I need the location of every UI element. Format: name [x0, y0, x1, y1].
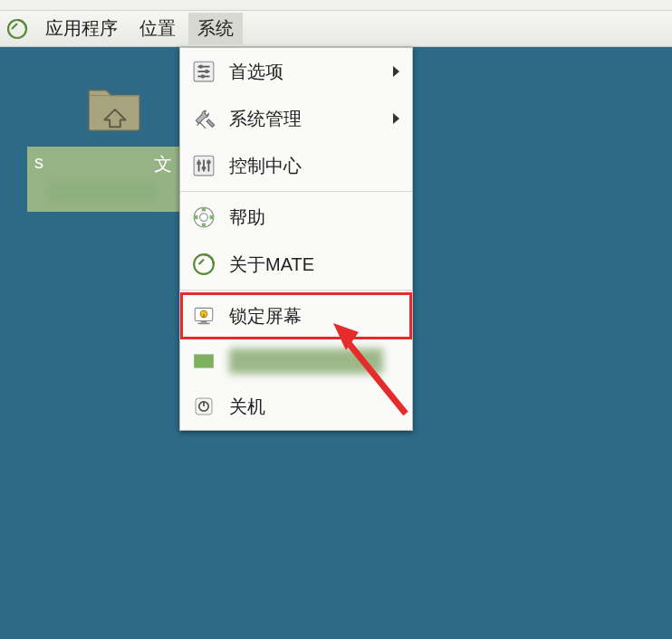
lock-screen-icon: [189, 301, 218, 330]
svg-point-3: [199, 64, 203, 68]
control-panel-icon: [189, 151, 218, 180]
svg-rect-8: [206, 119, 214, 127]
pixelated-text: [49, 182, 158, 202]
mate-about-icon: [189, 250, 218, 279]
svg-rect-20: [201, 320, 207, 322]
svg-rect-13: [202, 167, 206, 169]
menu-item-about-mate[interactable]: 关于MATE: [180, 241, 412, 288]
mate-logo-icon: [5, 17, 29, 41]
svg-point-5: [205, 70, 208, 73]
desktop-icon-label-selected[interactable]: s 文: [27, 147, 179, 212]
top-panel: 应用程序 位置 系统: [0, 11, 672, 47]
window-titlebar-sliver: [0, 0, 672, 11]
menu-places[interactable]: 位置: [130, 13, 185, 44]
menu-item-control-center[interactable]: 控制中心: [180, 142, 412, 189]
svg-rect-21: [198, 323, 210, 325]
menu-item-label: 关于MATE: [229, 253, 399, 277]
home-folder-icon[interactable]: [87, 83, 143, 132]
desktop-label-fragment-right: 文: [154, 152, 172, 176]
system-menu-dropdown: 首选项 系统管理 控制中心 帮助 关于MATE 锁定屏幕: [179, 47, 413, 431]
menu-separator: [180, 290, 412, 291]
tools-icon: [189, 104, 218, 133]
svg-rect-15: [206, 161, 210, 164]
menu-item-help[interactable]: 帮助: [180, 194, 412, 241]
menu-item-lock-screen[interactable]: 锁定屏幕: [180, 292, 412, 339]
menu-item-label: 帮助: [229, 205, 399, 230]
svg-rect-23: [203, 314, 205, 317]
menu-item-redacted[interactable]: [180, 339, 412, 383]
menu-item-label: 系统管理: [229, 107, 393, 131]
shutdown-icon: [189, 392, 218, 421]
menu-item-label: 控制中心: [229, 154, 399, 178]
menu-item-shutdown[interactable]: 关机: [180, 383, 412, 430]
menu-separator: [180, 191, 412, 192]
desktop-label-fragment-left: s: [34, 152, 43, 176]
svg-rect-24: [194, 354, 214, 367]
menu-item-preferences[interactable]: 首选项: [180, 48, 412, 95]
lifebuoy-icon: [189, 203, 218, 232]
redacted-icon: [189, 347, 218, 376]
menu-system[interactable]: 系统: [188, 13, 243, 44]
svg-rect-11: [197, 162, 200, 165]
menu-item-administration[interactable]: 系统管理: [180, 95, 412, 142]
svg-point-7: [201, 74, 205, 78]
pixelated-text: [229, 348, 383, 374]
menu-applications[interactable]: 应用程序: [36, 13, 127, 44]
svg-point-17: [200, 214, 208, 222]
submenu-arrow-icon: [393, 113, 399, 124]
menu-item-label: 关机: [229, 395, 399, 419]
menu-item-label: 锁定屏幕: [229, 304, 399, 329]
menu-item-label: 首选项: [229, 60, 393, 84]
submenu-arrow-icon: [393, 66, 399, 77]
sliders-icon: [189, 57, 218, 86]
